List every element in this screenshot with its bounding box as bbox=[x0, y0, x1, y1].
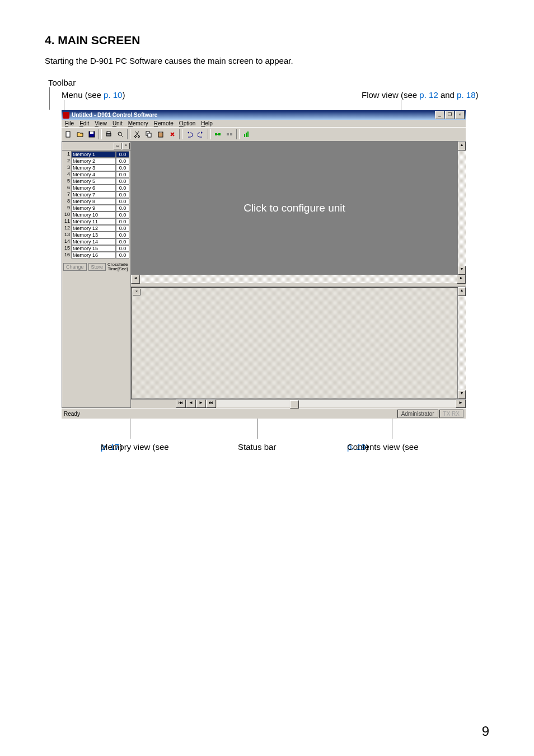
nav-next-button[interactable]: ► bbox=[196, 400, 206, 408]
disconnect-icon[interactable] bbox=[224, 129, 235, 140]
link-p18[interactable]: p. 18 bbox=[457, 90, 475, 100]
menu-help[interactable]: Help bbox=[201, 120, 213, 126]
svg-line-6 bbox=[121, 135, 123, 137]
svg-point-8 bbox=[138, 136, 140, 138]
svg-rect-20 bbox=[247, 132, 249, 137]
status-comm: TX RX bbox=[439, 410, 463, 418]
memory-row[interactable]: 16Memory 160.0 bbox=[63, 252, 129, 259]
memory-row[interactable]: 10Memory 100.0 bbox=[63, 212, 129, 218]
callout-line bbox=[392, 419, 392, 439]
window-title: Untitled - D901 Control Software bbox=[72, 112, 435, 118]
new-icon[interactable] bbox=[63, 129, 74, 140]
memory-row[interactable]: 5Memory 50.0 bbox=[63, 178, 129, 185]
menubar: FileEditViewUnitMemoryRemoteOptionHelp bbox=[62, 120, 466, 127]
status-user: Administrator bbox=[397, 410, 438, 418]
memory-row[interactable]: 4Memory 40.0 bbox=[63, 171, 129, 178]
menu-label: Menu (see p. 10) bbox=[62, 90, 125, 100]
memview-label: Memory view (see p. 17) bbox=[101, 442, 119, 452]
svg-point-7 bbox=[135, 136, 137, 138]
memory-row[interactable]: 8Memory 80.0 bbox=[63, 198, 129, 205]
store-button[interactable]: Store bbox=[88, 263, 106, 271]
flow-view[interactable]: Click to configure unit ▲▼ ◄► bbox=[131, 142, 466, 283]
menu-file[interactable]: File bbox=[65, 120, 74, 126]
print-icon[interactable] bbox=[103, 129, 114, 140]
memory-row[interactable]: 11Memory 110.0 bbox=[63, 218, 129, 225]
memory-row[interactable]: 3Memory 30.0 bbox=[63, 165, 129, 171]
menu-unit[interactable]: Unit bbox=[113, 120, 123, 126]
svg-rect-18 bbox=[244, 134, 245, 137]
nav-scroll[interactable] bbox=[217, 400, 456, 407]
nav-last-button[interactable]: ⏭ bbox=[206, 400, 216, 408]
svg-rect-17 bbox=[230, 133, 232, 135]
memory-row[interactable]: 14Memory 140.0 bbox=[63, 238, 129, 245]
svg-rect-14 bbox=[218, 133, 221, 135]
contents-view: × ▲▼ bbox=[131, 287, 466, 399]
link-p10[interactable]: p. 10 bbox=[104, 90, 122, 100]
menu-remote[interactable]: Remote bbox=[154, 120, 174, 126]
callout-line bbox=[64, 100, 64, 110]
restore-button[interactable]: ❐ bbox=[445, 111, 455, 119]
cut-icon[interactable] bbox=[132, 129, 143, 140]
undo-icon[interactable] bbox=[184, 129, 195, 140]
callout-line bbox=[49, 87, 50, 110]
svg-rect-12 bbox=[160, 132, 162, 133]
nav-row: ⏮ ◄ ► ⏭ ► bbox=[131, 399, 466, 408]
clear-icon[interactable] bbox=[167, 129, 178, 140]
memview-dock-icon[interactable]: ▭ bbox=[114, 143, 121, 149]
callout-line bbox=[257, 419, 258, 439]
memory-row[interactable]: 12Memory 120.0 bbox=[63, 225, 129, 232]
svg-rect-13 bbox=[215, 133, 217, 135]
menu-edit[interactable]: Edit bbox=[79, 120, 89, 126]
page-number: 9 bbox=[482, 724, 489, 739]
menu-option[interactable]: Option bbox=[179, 120, 195, 126]
toolbar bbox=[62, 127, 466, 142]
memory-row[interactable]: 7Memory 70.0 bbox=[63, 191, 129, 198]
memory-list: 1Memory 10.02Memory 20.03Memory 30.04Mem… bbox=[62, 151, 130, 261]
svg-rect-11 bbox=[158, 132, 163, 137]
callout-line bbox=[130, 419, 130, 439]
flow-hscroll[interactable]: ◄► bbox=[131, 275, 466, 283]
svg-rect-0 bbox=[66, 132, 70, 137]
contents-close-icon[interactable]: × bbox=[133, 289, 140, 295]
nav-first-button[interactable]: ⏮ bbox=[176, 400, 186, 408]
open-icon[interactable] bbox=[74, 129, 86, 140]
memory-row[interactable]: 1Memory 10.0 bbox=[63, 151, 129, 158]
screenshot: Untitled - D901 Control Software _ ❐ × F… bbox=[62, 110, 466, 419]
memory-row[interactable]: 6Memory 60.0 bbox=[63, 185, 129, 191]
flow-vscroll[interactable]: ▲▼ bbox=[458, 142, 466, 275]
preview-icon[interactable] bbox=[115, 129, 126, 140]
status-ready: Ready bbox=[64, 411, 396, 417]
menu-view[interactable]: View bbox=[95, 120, 107, 126]
crossfade-label: CrossfadeTime[Sec] bbox=[107, 262, 128, 271]
copy-icon[interactable] bbox=[143, 129, 154, 140]
connect-icon[interactable] bbox=[212, 129, 223, 140]
memory-row[interactable]: 2Memory 20.0 bbox=[63, 158, 129, 165]
svg-rect-16 bbox=[227, 133, 229, 135]
minimize-button[interactable]: _ bbox=[435, 111, 444, 119]
svg-rect-2 bbox=[90, 132, 93, 134]
memview-close-icon[interactable]: × bbox=[122, 143, 130, 149]
nav-prev-button[interactable]: ◄ bbox=[186, 400, 196, 408]
memory-row[interactable]: 13Memory 130.0 bbox=[63, 232, 129, 238]
paste-icon[interactable] bbox=[155, 129, 166, 140]
contents-vscroll[interactable]: ▲▼ bbox=[458, 287, 466, 399]
contents-label: Contents view (see p. 19) bbox=[347, 442, 366, 452]
menu-memory[interactable]: Memory bbox=[128, 120, 148, 126]
page-heading: 4. MAIN SCREEN bbox=[45, 34, 489, 47]
flow-message: Click to configure unit bbox=[131, 142, 458, 275]
memory-row[interactable]: 9Memory 90.0 bbox=[63, 205, 129, 212]
redo-icon[interactable] bbox=[195, 129, 207, 140]
statusbar-label: Status bar bbox=[238, 442, 276, 452]
memory-row[interactable]: 15Memory 150.0 bbox=[63, 245, 129, 252]
svg-rect-19 bbox=[246, 133, 247, 137]
change-button[interactable]: Change bbox=[63, 263, 87, 271]
link-p12[interactable]: p. 12 bbox=[419, 90, 438, 100]
toolbar-label: Toolbar bbox=[48, 78, 76, 87]
level-icon[interactable] bbox=[241, 129, 252, 140]
close-button[interactable]: × bbox=[455, 111, 465, 119]
save-icon[interactable] bbox=[86, 129, 97, 140]
nav-right-button[interactable]: ► bbox=[456, 400, 466, 408]
splitter[interactable] bbox=[131, 283, 466, 287]
flowview-label: Flow view (see p. 12 and p. 18) bbox=[362, 90, 478, 100]
svg-rect-10 bbox=[148, 133, 151, 137]
